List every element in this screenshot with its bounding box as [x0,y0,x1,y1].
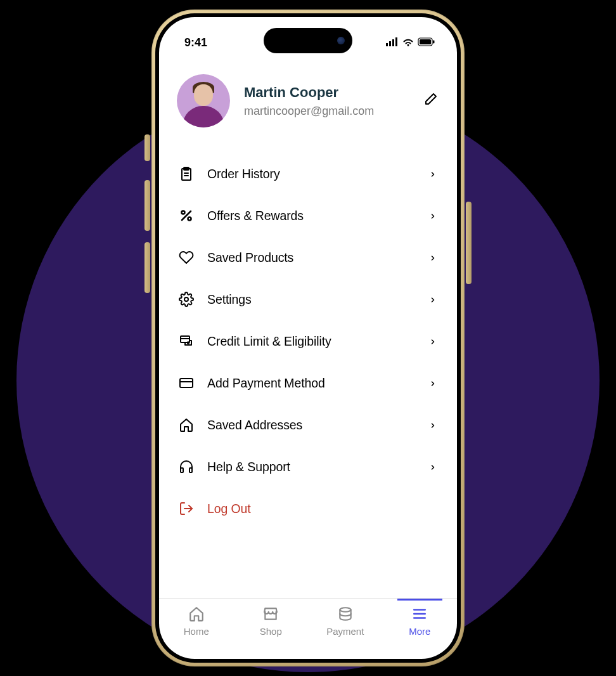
menu-item-help-support[interactable]: Help & Support [177,446,439,488]
svg-rect-2 [392,39,394,46]
logout-icon [178,500,195,517]
chevron-right-icon [429,211,438,220]
phone-frame: 9:41 Ma [151,10,465,666]
tab-shop[interactable]: Shop [234,605,309,637]
phone-bezel: 9:41 Ma [155,13,461,663]
menu-item-label: Log Out [207,502,438,516]
home-icon [178,417,195,433]
svg-rect-3 [395,37,397,46]
menu-item-label: Order History [207,167,416,181]
svg-rect-21 [181,468,183,472]
tab-more[interactable]: More [383,605,458,637]
credit-icon [178,333,195,349]
menu-list: Order HistoryOffers & RewardsSaved Produ… [159,134,457,598]
card-icon [178,375,195,391]
profile-email: martincooper@gmail.com [244,105,407,118]
heart-icon [178,249,195,266]
chevron-right-icon [429,379,438,387]
svg-rect-22 [189,468,192,472]
menu-item-label: Credit Limit & Eligibility [207,334,416,349]
tab-payment[interactable]: Payment [308,605,383,637]
svg-rect-6 [420,39,431,44]
menu-item-label: Settings [207,292,416,307]
tab-bar: HomeShopPaymentMore [159,598,457,659]
menu-item-label: Help & Support [207,460,416,474]
pencil-icon [423,92,438,110]
tab-home[interactable]: Home [159,605,234,637]
profile-header: Martin Cooper martincooper@gmail.com [159,62,457,134]
svg-point-4 [407,44,409,46]
wifi-icon [402,36,414,49]
chevron-right-icon [429,169,438,178]
status-indicators [386,36,435,49]
cellular-icon [386,36,399,49]
avatar[interactable] [177,74,230,127]
menu-item-label: Saved Products [207,250,416,265]
edit-profile-button[interactable] [421,92,439,110]
shop-icon [262,605,279,623]
status-time: 9:41 [184,36,207,49]
chevron-right-icon [429,420,438,429]
svg-point-24 [340,608,350,612]
svg-line-12 [182,211,191,220]
menu-item-log-out[interactable]: Log Out [177,488,439,530]
menu-item-saved-products[interactable]: Saved Products [177,237,439,278]
tab-label: Shop [260,626,282,637]
tab-label: Home [184,626,209,637]
menu-item-label: Offers & Rewards [207,209,416,223]
percent-icon [178,207,195,224]
tab-label: Payment [326,626,364,637]
phone-power-button [466,202,472,284]
menu-item-order-history[interactable]: Order History [177,153,439,195]
phone-side-button [144,134,150,161]
profile-name: Martin Cooper [244,84,407,101]
menu-item-label: Saved Addresses [207,418,416,432]
chevron-right-icon [429,253,438,262]
svg-rect-1 [389,41,391,46]
tab-label: More [409,626,430,637]
menu-item-offers-rewards[interactable]: Offers & Rewards [177,195,439,237]
dynamic-island [264,28,352,53]
profile-info: Martin Cooper martincooper@gmail.com [244,84,407,118]
svg-point-14 [188,218,191,221]
headphones-icon [178,458,195,475]
menu-item-saved-addresses[interactable]: Saved Addresses [177,404,439,446]
clipboard-icon [178,166,195,182]
phone-volume-down [144,242,150,293]
svg-rect-7 [433,40,435,43]
menu-item-add-payment-method[interactable]: Add Payment Method [177,362,439,404]
svg-rect-19 [180,379,193,387]
chevron-right-icon [429,462,438,471]
menu-item-settings[interactable]: Settings [177,278,439,320]
payment-icon [337,605,354,623]
chevron-right-icon [429,337,438,346]
home-icon [188,605,205,623]
menu-icon [411,605,428,623]
menu-item-label: Add Payment Method [207,376,416,391]
svg-point-15 [184,297,188,301]
svg-point-13 [182,211,185,214]
chevron-right-icon [429,295,438,304]
battery-icon [418,36,435,49]
screen: 9:41 Ma [159,17,457,659]
svg-rect-0 [386,43,388,46]
gear-icon [178,291,195,308]
menu-item-credit-limit-eligibility[interactable]: Credit Limit & Eligibility [177,320,439,362]
phone-volume-up [144,180,150,231]
